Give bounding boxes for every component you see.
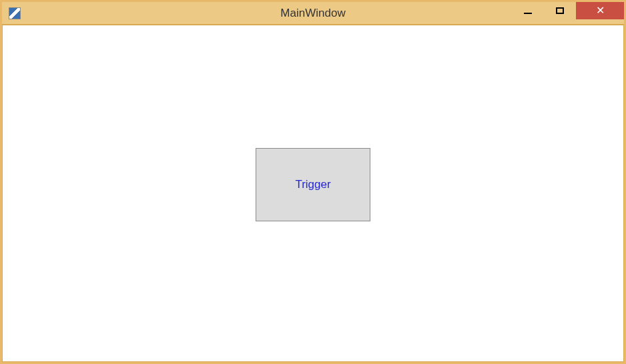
client-area: Trigger	[2, 25, 624, 362]
minimize-icon	[524, 13, 532, 14]
close-button[interactable]: ✕	[576, 2, 624, 19]
close-icon: ✕	[596, 5, 605, 16]
minimize-button[interactable]	[512, 2, 544, 19]
window-controls: ✕	[512, 2, 624, 24]
main-window: MainWindow ✕ Trigger	[0, 0, 626, 364]
titlebar[interactable]: MainWindow ✕	[2, 2, 624, 25]
app-icon	[9, 7, 21, 19]
maximize-icon	[556, 7, 564, 14]
trigger-button[interactable]: Trigger	[256, 148, 370, 221]
window-title: MainWindow	[280, 7, 345, 20]
maximize-button[interactable]	[544, 2, 576, 19]
